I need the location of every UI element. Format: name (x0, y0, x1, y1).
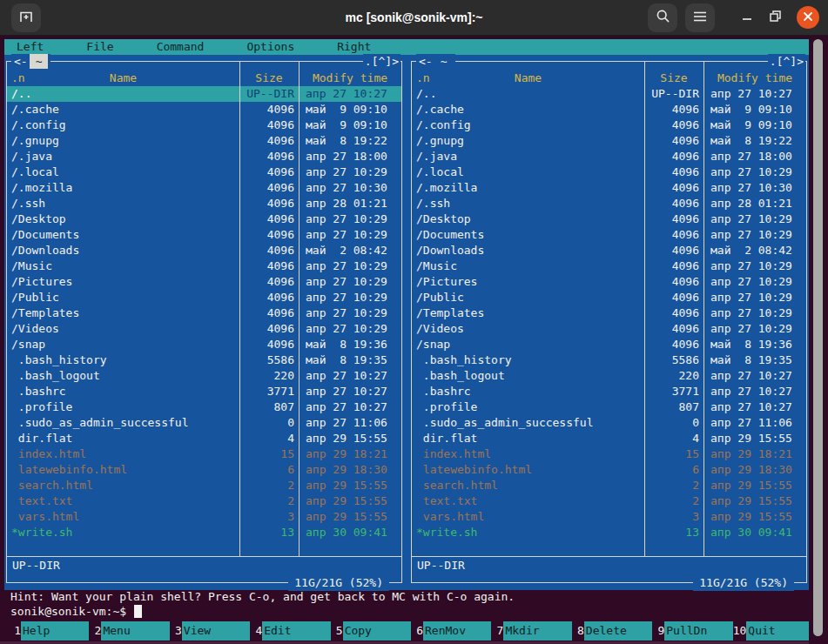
file-row[interactable]: .bash_logout220апр 27 10:27 (7, 368, 401, 384)
file-row[interactable]: /.config4096май 9 09:10 (7, 117, 401, 133)
panel-corner-buttons[interactable]: .[^]> (768, 54, 805, 69)
file-row[interactable]: latewebinfo.html6апр 29 18:30 (412, 462, 806, 478)
column-header-modify-time[interactable]: Modify time (299, 70, 401, 86)
file-row[interactable]: vars.html3апр 29 15:55 (412, 509, 806, 525)
file-row[interactable]: /Desktop4096апр 27 10:29 (7, 211, 401, 227)
file-row[interactable]: /.ssh4096апр 28 01:21 (412, 196, 806, 211)
file-name: /.mozilla (7, 180, 244, 196)
file-row[interactable]: /..UP--DIRапр 27 10:27 (412, 86, 806, 102)
file-row[interactable]: .bash_history5586май 8 19:35 (7, 352, 401, 368)
file-row[interactable]: /.java4096апр 27 18:00 (7, 149, 401, 164)
file-row[interactable]: text.txt2апр 29 15:55 (7, 493, 401, 509)
file-row[interactable]: .bashrc3771апр 27 10:27 (412, 384, 806, 399)
file-row[interactable]: /Documents4096апр 27 10:29 (412, 227, 806, 243)
panel-path-left[interactable]: <- ~ (11, 54, 50, 69)
history-back-icon[interactable]: <- (419, 54, 433, 69)
menu-file[interactable]: File (86, 39, 113, 55)
file-row[interactable]: /Templates4096апр 27 10:29 (412, 305, 806, 321)
scrollbar-track[interactable] (809, 36, 828, 644)
file-row[interactable]: *write.sh13апр 30 09:41 (7, 525, 401, 540)
file-row[interactable]: /snap4096май 8 19:36 (412, 337, 806, 352)
current-directory[interactable]: ~ (30, 54, 49, 69)
fkey-pulldn[interactable]: 9PullDn (652, 621, 732, 641)
file-row[interactable]: index.html15апр 29 18:21 (412, 446, 806, 462)
terminal-window[interactable]: LeftFileCommandOptionsRight <- ~ .[^]> .… (0, 36, 828, 644)
column-header-name[interactable]: Name (412, 70, 644, 86)
file-row[interactable]: search.html2апр 29 15:55 (412, 478, 806, 493)
file-row[interactable]: text.txt2апр 29 15:55 (412, 493, 806, 509)
current-directory[interactable]: ~ (434, 54, 454, 69)
fkey-view[interactable]: 3View (170, 621, 250, 641)
menu-button[interactable] (685, 3, 715, 32)
file-row[interactable]: /Downloads4096май 2 08:42 (7, 243, 401, 258)
file-row[interactable]: /Public4096апр 27 10:29 (412, 290, 806, 305)
file-row[interactable]: /.java4096апр 27 18:00 (412, 149, 806, 164)
file-row[interactable]: .profile807апр 27 10:27 (7, 399, 401, 415)
maximize-button[interactable] (764, 6, 786, 29)
column-header-size[interactable]: Size (239, 70, 299, 86)
file-row[interactable]: latewebinfo.html6апр 29 18:30 (7, 462, 401, 478)
column-header-modify-time[interactable]: Modify time (703, 70, 806, 86)
file-row[interactable]: .bashrc3771апр 27 10:27 (7, 384, 401, 399)
file-row[interactable]: /.local4096апр 27 10:29 (412, 164, 806, 180)
file-row[interactable]: search.html2апр 29 15:55 (7, 478, 401, 493)
menu-options[interactable]: Options (246, 39, 294, 55)
file-row[interactable]: /.cache4096май 9 09:10 (412, 102, 806, 117)
panel-path-right[interactable]: <- ~ (416, 54, 455, 69)
file-row[interactable]: /snap4096май 8 19:36 (7, 337, 401, 352)
file-row[interactable]: /.mozilla4096апр 27 10:30 (7, 180, 401, 196)
file-row[interactable]: dir.flat4апр 29 15:55 (7, 431, 401, 446)
fkey-edit[interactable]: 4Edit (250, 621, 330, 641)
file-row[interactable]: /Music4096апр 27 10:29 (7, 258, 401, 274)
file-row[interactable]: .bash_logout220апр 27 10:27 (412, 368, 806, 384)
scrollbar-thumb[interactable] (813, 39, 823, 636)
fkey-label: Edit (262, 621, 330, 641)
file-row[interactable]: dir.flat4апр 29 15:55 (412, 431, 806, 446)
column-header-name[interactable]: Name (7, 70, 239, 86)
file-row[interactable]: /Pictures4096апр 27 10:29 (412, 274, 806, 290)
fkey-mkdir[interactable]: 7Mkdir (491, 621, 571, 641)
fkey-renmov[interactable]: 6RenMov (411, 621, 491, 641)
file-row[interactable]: /Music4096апр 27 10:29 (412, 258, 806, 274)
file-row[interactable]: /.cache4096май 9 09:10 (7, 102, 401, 117)
file-row[interactable]: .sudo_as_admin_successful0апр 27 11:06 (412, 415, 806, 431)
file-row[interactable]: /Pictures4096апр 27 10:29 (7, 274, 401, 290)
file-row[interactable]: /Templates4096апр 27 10:29 (7, 305, 401, 321)
file-row[interactable]: /.gnupg4096май 8 19:22 (7, 133, 401, 149)
file-row[interactable]: /Documents4096апр 27 10:29 (7, 227, 401, 243)
file-row[interactable]: /..UP--DIRапр 27 10:27 (7, 86, 401, 102)
fkey-copy[interactable]: 5Copy (331, 621, 411, 641)
file-row[interactable]: /.local4096апр 27 10:29 (7, 164, 401, 180)
fkey-menu[interactable]: 2Menu (89, 621, 169, 641)
search-button[interactable] (648, 3, 677, 32)
panel-corner-buttons[interactable]: .[^]> (363, 54, 401, 69)
file-row[interactable]: /Downloads4096май 2 08:42 (412, 243, 806, 258)
file-row[interactable]: /Videos4096апр 27 10:29 (7, 321, 401, 337)
file-row[interactable]: vars.html3апр 29 15:55 (7, 509, 401, 525)
close-button[interactable] (797, 6, 819, 29)
file-row[interactable]: index.html15апр 29 18:21 (7, 446, 401, 462)
file-row[interactable]: /.ssh4096апр 28 01:21 (7, 196, 401, 211)
file-row[interactable]: /Public4096апр 27 10:29 (7, 290, 401, 305)
file-name: /Pictures (412, 274, 649, 290)
new-tab-button[interactable] (11, 3, 41, 32)
file-row[interactable]: /.mozilla4096апр 27 10:30 (412, 180, 806, 196)
file-row[interactable]: .profile807апр 27 10:27 (412, 399, 806, 415)
column-header-size[interactable]: Size (644, 70, 703, 86)
file-row[interactable]: /Videos4096апр 27 10:29 (412, 321, 806, 337)
history-back-icon[interactable]: <- (14, 54, 28, 69)
file-row[interactable]: /Desktop4096апр 27 10:29 (412, 211, 806, 227)
menu-command[interactable]: Command (157, 39, 205, 55)
menu-right[interactable]: Right (337, 39, 371, 55)
fkey-help[interactable]: 1Help (9, 621, 89, 641)
menu-left[interactable]: Left (17, 39, 44, 55)
file-row[interactable]: /.gnupg4096май 8 19:22 (412, 133, 806, 149)
file-row[interactable]: .bash_history5586май 8 19:35 (412, 352, 806, 368)
file-row[interactable]: /.config4096май 9 09:10 (412, 117, 806, 133)
file-row[interactable]: .sudo_as_admin_successful0апр 27 11:06 (7, 415, 401, 431)
minimize-button[interactable] (736, 6, 758, 29)
shell-prompt-line[interactable]: sonik@sonik-vm:~$ (10, 604, 809, 619)
fkey-delete[interactable]: 8Delete (572, 621, 652, 641)
file-row[interactable]: *write.sh13апр 30 09:41 (412, 525, 806, 540)
fkey-quit[interactable]: 10Quit (733, 621, 813, 641)
